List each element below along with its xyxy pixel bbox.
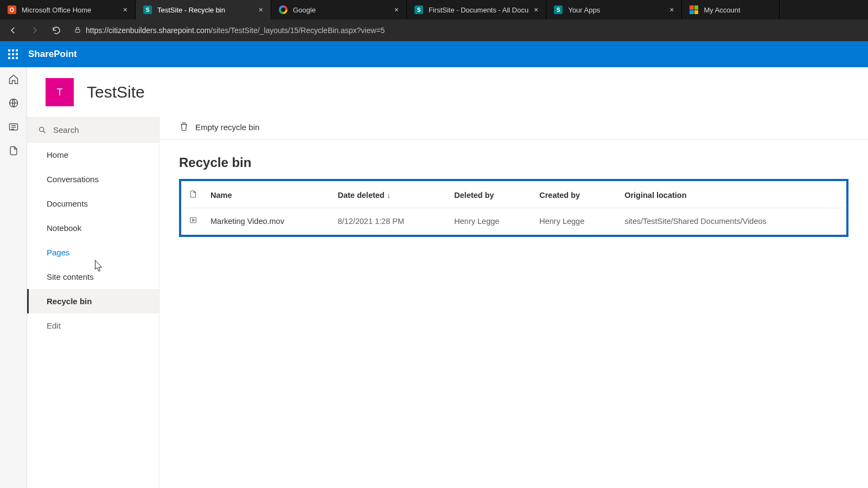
nav-item-pages[interactable]: Pages (27, 240, 159, 265)
nav-item-recycle-bin[interactable]: Recycle bin (27, 289, 159, 313)
nav-item-documents[interactable]: Documents (27, 191, 159, 216)
recycle-bin-table-highlight: Name Date deleted↓ Deleted by Created by… (179, 179, 848, 237)
files-icon[interactable] (8, 145, 19, 156)
sharepoint-icon: S (554, 5, 563, 14)
trash-icon (179, 121, 189, 133)
cell-date-deleted: 8/12/2021 1:28 PM (331, 208, 448, 234)
nav-item-home[interactable]: Home (27, 143, 159, 167)
file-type-icon (182, 208, 204, 234)
browser-tab[interactable]: Google × (271, 0, 407, 20)
browser-tab-bar: O Microsoft Office Home × S TestSite - R… (0, 0, 868, 20)
nav-item-site-contents[interactable]: Site contents (27, 265, 159, 289)
browser-tab[interactable]: S TestSite - Recycle bin × (136, 0, 271, 20)
close-icon[interactable]: × (669, 6, 674, 14)
close-icon[interactable]: × (123, 6, 127, 14)
column-header-name[interactable]: Name (204, 182, 331, 208)
cell-deleted-by: Henry Legge (448, 208, 533, 234)
close-icon[interactable]: × (259, 6, 263, 14)
browser-toolbar: https://citizenbuilders.sharepoint.com/s… (0, 20, 868, 41)
tab-title: My Account (704, 6, 771, 14)
search-placeholder: Search (53, 125, 79, 134)
svg-rect-0 (75, 29, 80, 32)
address-bar[interactable]: https://citizenbuilders.sharepoint.com/s… (69, 26, 864, 35)
globe-icon[interactable] (8, 98, 19, 108)
tab-title: Microsoft Office Home (22, 6, 118, 14)
column-header-deleted-by[interactable]: Deleted by (448, 182, 533, 208)
nav-item-conversations[interactable]: Conversations (27, 167, 159, 191)
column-header-original-location[interactable]: Original location (618, 182, 845, 208)
tab-title: Google (293, 6, 389, 14)
cell-created-by: Henry Legge (533, 208, 618, 234)
waffle-icon (8, 49, 18, 59)
forward-button[interactable] (26, 22, 43, 39)
cell-name: Marketing Video.mov (204, 208, 331, 234)
column-header-date-deleted[interactable]: Date deleted↓ (331, 182, 448, 208)
empty-recycle-bin-button[interactable]: Empty recycle bin (195, 123, 259, 132)
suite-header: SharePoint (0, 41, 868, 67)
page-content: Empty recycle bin Recycle bin Name (159, 117, 868, 488)
tab-title: TestSite - Recycle bin (157, 6, 253, 14)
site-name[interactable]: TestSite (87, 83, 145, 101)
close-icon[interactable]: × (534, 6, 538, 14)
browser-tab[interactable]: S FirstSite - Documents - All Docu × (407, 0, 546, 20)
back-button[interactable] (4, 22, 22, 39)
url-host: https://citizenbuilders.sharepoint.com/s… (86, 26, 385, 35)
site-header: T TestSite (27, 67, 868, 117)
office-icon: O (8, 5, 16, 14)
home-icon[interactable] (8, 74, 19, 85)
reload-button[interactable] (48, 22, 65, 39)
sharepoint-icon: S (143, 5, 152, 14)
app-launcher-button[interactable] (0, 41, 26, 67)
table-header-row: Name Date deleted↓ Deleted by Created by… (182, 182, 845, 208)
browser-tab[interactable]: S Your Apps × (546, 0, 682, 20)
browser-tab[interactable]: My Account (682, 0, 780, 20)
recycle-bin-table: Name Date deleted↓ Deleted by Created by… (182, 182, 845, 234)
microsoft-icon (690, 5, 698, 14)
suite-brand[interactable]: SharePoint (26, 49, 77, 60)
command-bar: Empty recycle bin (159, 115, 868, 140)
tab-title: Your Apps (568, 6, 664, 14)
column-header-created-by[interactable]: Created by (533, 182, 618, 208)
table-row[interactable]: Marketing Video.mov 8/12/2021 1:28 PM He… (182, 208, 845, 234)
close-icon[interactable]: × (394, 6, 399, 14)
sharepoint-icon: S (414, 5, 423, 14)
nav-item-edit[interactable]: Edit (27, 313, 159, 338)
google-icon (279, 5, 288, 14)
page-title: Recycle bin (159, 140, 868, 179)
lock-icon (74, 26, 81, 35)
app-rail (0, 67, 27, 488)
left-nav: Search Home Conversations Documents Note… (27, 117, 159, 488)
tab-title: FirstSite - Documents - All Docu (429, 6, 528, 14)
site-logo[interactable]: T (46, 78, 74, 106)
news-icon[interactable] (8, 121, 19, 132)
sort-desc-icon: ↓ (385, 191, 391, 200)
cell-original-location: sites/TestSite/Shared Documents/Videos (618, 208, 845, 234)
nav-item-notebook[interactable]: Notebook (27, 216, 159, 240)
browser-tab[interactable]: O Microsoft Office Home × (0, 0, 136, 20)
column-header-icon[interactable] (182, 182, 204, 208)
search-box[interactable]: Search (27, 117, 159, 143)
svg-point-3 (40, 127, 44, 131)
